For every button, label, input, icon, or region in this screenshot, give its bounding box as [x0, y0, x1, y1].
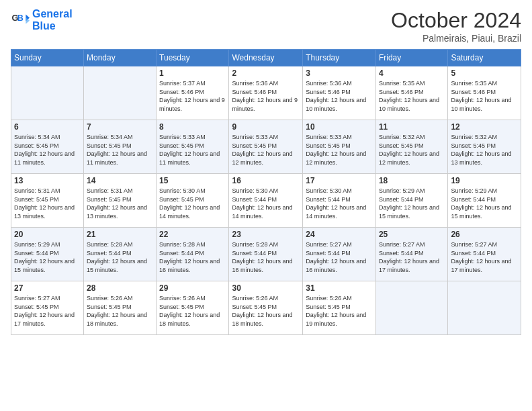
day-info: Sunrise: 5:29 AMSunset: 5:44 PMDaylight:… — [379, 187, 445, 220]
day-number: 12 — [451, 122, 518, 132]
day-number: 6 — [14, 122, 81, 132]
day-number: 18 — [379, 176, 445, 185]
day-number: 1 — [159, 68, 226, 78]
logo: G B General Blue — [11, 8, 73, 32]
day-number: 15 — [159, 176, 226, 185]
calendar-cell: 20Sunrise: 5:29 AMSunset: 5:44 PMDayligh… — [11, 228, 84, 281]
calendar-cell: 30Sunrise: 5:26 AMSunset: 5:45 PMDayligh… — [229, 281, 303, 335]
weekday-header-thursday: Thursday — [303, 50, 376, 66]
week-row-1: 1Sunrise: 5:37 AMSunset: 5:46 PMDaylight… — [11, 66, 521, 120]
day-number: 30 — [232, 283, 300, 293]
logo-general: General — [32, 8, 73, 19]
day-info: Sunrise: 5:30 AMSunset: 5:44 PMDaylight:… — [306, 187, 373, 220]
weekday-header-tuesday: Tuesday — [157, 50, 229, 66]
calendar-cell: 17Sunrise: 5:30 AMSunset: 5:44 PMDayligh… — [303, 174, 376, 228]
weekday-header-sunday: Sunday — [11, 50, 84, 66]
header: G B General Blue October 2024 Palmeirais… — [11, 8, 521, 44]
day-number: 21 — [87, 230, 153, 239]
calendar-header: SundayMondayTuesdayWednesdayThursdayFrid… — [11, 50, 521, 66]
day-info: Sunrise: 5:34 AMSunset: 5:45 PMDaylight:… — [87, 133, 153, 167]
day-info: Sunrise: 5:33 AMSunset: 5:45 PMDaylight:… — [159, 133, 226, 167]
weekday-header-monday: Monday — [83, 50, 156, 66]
day-number: 25 — [379, 230, 445, 239]
day-number: 20 — [14, 230, 81, 239]
calendar-cell: 7Sunrise: 5:34 AMSunset: 5:45 PMDaylight… — [83, 120, 156, 174]
day-number: 29 — [159, 283, 226, 293]
day-info: Sunrise: 5:26 AMSunset: 5:45 PMDaylight:… — [306, 294, 373, 328]
day-info: Sunrise: 5:31 AMSunset: 5:45 PMDaylight:… — [87, 187, 153, 220]
day-number: 19 — [451, 176, 518, 185]
calendar-cell: 31Sunrise: 5:26 AMSunset: 5:45 PMDayligh… — [303, 281, 376, 335]
day-info: Sunrise: 5:28 AMSunset: 5:44 PMDaylight:… — [159, 240, 226, 274]
week-row-5: 27Sunrise: 5:27 AMSunset: 5:45 PMDayligh… — [11, 281, 521, 335]
calendar-cell — [375, 281, 448, 335]
logo-text: General Blue — [32, 8, 73, 32]
svg-text:B: B — [17, 13, 24, 23]
calendar: SundayMondayTuesdayWednesdayThursdayFrid… — [11, 49, 521, 335]
day-info: Sunrise: 5:27 AMSunset: 5:45 PMDaylight:… — [14, 294, 81, 328]
day-info: Sunrise: 5:34 AMSunset: 5:45 PMDaylight:… — [14, 133, 81, 167]
day-number: 28 — [87, 283, 153, 293]
day-number: 2 — [232, 68, 300, 78]
calendar-cell: 22Sunrise: 5:28 AMSunset: 5:44 PMDayligh… — [157, 228, 229, 281]
day-number: 22 — [159, 230, 226, 239]
day-info: Sunrise: 5:32 AMSunset: 5:45 PMDaylight:… — [379, 133, 445, 167]
day-number: 5 — [451, 68, 518, 78]
day-info: Sunrise: 5:26 AMSunset: 5:45 PMDaylight:… — [232, 294, 300, 328]
calendar-body: 1Sunrise: 5:37 AMSunset: 5:46 PMDaylight… — [11, 66, 521, 335]
calendar-cell: 6Sunrise: 5:34 AMSunset: 5:45 PMDaylight… — [11, 120, 84, 174]
day-info: Sunrise: 5:27 AMSunset: 5:44 PMDaylight:… — [306, 240, 373, 274]
day-info: Sunrise: 5:27 AMSunset: 5:44 PMDaylight:… — [379, 240, 445, 274]
calendar-cell: 13Sunrise: 5:31 AMSunset: 5:45 PMDayligh… — [11, 174, 84, 228]
weekday-header-friday: Friday — [375, 50, 448, 66]
day-number: 9 — [232, 122, 300, 132]
day-number: 16 — [232, 176, 300, 185]
calendar-cell: 26Sunrise: 5:27 AMSunset: 5:44 PMDayligh… — [448, 228, 521, 281]
logo-blue: Blue — [32, 20, 56, 32]
logo-icon: G B — [11, 11, 30, 30]
calendar-cell — [11, 66, 84, 120]
calendar-cell: 15Sunrise: 5:30 AMSunset: 5:45 PMDayligh… — [157, 174, 229, 228]
calendar-cell — [448, 281, 521, 335]
weekday-row: SundayMondayTuesdayWednesdayThursdayFrid… — [11, 50, 521, 66]
calendar-cell: 21Sunrise: 5:28 AMSunset: 5:44 PMDayligh… — [83, 228, 156, 281]
day-info: Sunrise: 5:31 AMSunset: 5:45 PMDaylight:… — [14, 187, 81, 220]
calendar-cell: 9Sunrise: 5:33 AMSunset: 5:45 PMDaylight… — [229, 120, 303, 174]
calendar-cell: 27Sunrise: 5:27 AMSunset: 5:45 PMDayligh… — [11, 281, 84, 335]
calendar-cell: 23Sunrise: 5:28 AMSunset: 5:44 PMDayligh… — [229, 228, 303, 281]
day-number: 13 — [14, 176, 81, 185]
calendar-cell: 19Sunrise: 5:29 AMSunset: 5:44 PMDayligh… — [448, 174, 521, 228]
month-title: October 2024 — [391, 8, 521, 33]
calendar-cell: 2Sunrise: 5:36 AMSunset: 5:46 PMDaylight… — [229, 66, 303, 120]
calendar-cell: 12Sunrise: 5:32 AMSunset: 5:45 PMDayligh… — [448, 120, 521, 174]
week-row-3: 13Sunrise: 5:31 AMSunset: 5:45 PMDayligh… — [11, 174, 521, 228]
day-number: 11 — [379, 122, 445, 132]
day-info: Sunrise: 5:36 AMSunset: 5:46 PMDaylight:… — [306, 79, 373, 113]
calendar-cell: 18Sunrise: 5:29 AMSunset: 5:44 PMDayligh… — [375, 174, 448, 228]
calendar-cell: 1Sunrise: 5:37 AMSunset: 5:46 PMDaylight… — [157, 66, 229, 120]
day-number: 10 — [306, 122, 373, 132]
calendar-cell: 28Sunrise: 5:26 AMSunset: 5:45 PMDayligh… — [83, 281, 156, 335]
week-row-2: 6Sunrise: 5:34 AMSunset: 5:45 PMDaylight… — [11, 120, 521, 174]
location: Palmeirais, Piaui, Brazil — [391, 33, 521, 44]
page: G B General Blue October 2024 Palmeirais… — [0, 0, 532, 411]
day-info: Sunrise: 5:26 AMSunset: 5:45 PMDaylight:… — [87, 294, 153, 328]
day-number: 27 — [14, 283, 81, 293]
day-info: Sunrise: 5:29 AMSunset: 5:44 PMDaylight:… — [14, 240, 81, 274]
title-block: October 2024 Palmeirais, Piaui, Brazil — [391, 8, 521, 44]
day-info: Sunrise: 5:30 AMSunset: 5:44 PMDaylight:… — [232, 187, 300, 220]
day-number: 7 — [87, 122, 153, 132]
day-info: Sunrise: 5:30 AMSunset: 5:45 PMDaylight:… — [159, 187, 226, 220]
day-info: Sunrise: 5:35 AMSunset: 5:46 PMDaylight:… — [379, 79, 445, 113]
day-info: Sunrise: 5:27 AMSunset: 5:44 PMDaylight:… — [451, 240, 518, 274]
day-number: 23 — [232, 230, 300, 239]
weekday-header-wednesday: Wednesday — [229, 50, 303, 66]
calendar-cell: 3Sunrise: 5:36 AMSunset: 5:46 PMDaylight… — [303, 66, 376, 120]
calendar-cell: 29Sunrise: 5:26 AMSunset: 5:45 PMDayligh… — [157, 281, 229, 335]
day-info: Sunrise: 5:36 AMSunset: 5:46 PMDaylight:… — [232, 79, 300, 113]
day-info: Sunrise: 5:35 AMSunset: 5:46 PMDaylight:… — [451, 79, 518, 113]
day-info: Sunrise: 5:26 AMSunset: 5:45 PMDaylight:… — [159, 294, 226, 328]
day-info: Sunrise: 5:28 AMSunset: 5:44 PMDaylight:… — [87, 240, 153, 274]
day-number: 31 — [306, 283, 373, 293]
calendar-cell: 16Sunrise: 5:30 AMSunset: 5:44 PMDayligh… — [229, 174, 303, 228]
